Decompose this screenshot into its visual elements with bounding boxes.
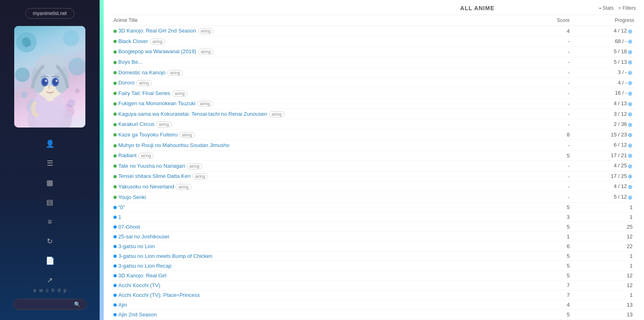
anime-title-link[interactable]: Tate no Yuusha no Nariagari — [118, 163, 185, 169]
site-name-button[interactable]: myanimelist.net — [25, 8, 74, 19]
score-cell: 7 — [533, 290, 571, 300]
progress-plus-button[interactable]: ⊕ — [628, 142, 633, 149]
status-dot — [113, 82, 117, 85]
history-icon[interactable]: ↻ — [44, 235, 56, 247]
stats-chart-icon: ▪ — [599, 5, 601, 11]
anime-title-link[interactable]: Acchi Kocchi (TV) — [118, 282, 160, 288]
anime-title-link[interactable]: 07-Ghost — [118, 224, 140, 230]
anime-title-link[interactable]: Domestic na Kanojo — [118, 69, 165, 76]
main-header: ALL ANIME ▪ Stats ▿ Filters — [112, 0, 636, 15]
progress-cell: 5 / 18⊕ — [571, 47, 636, 57]
progress-plus-button[interactable]: ⊕ — [628, 90, 633, 97]
table-row: Ajin413 — [112, 300, 636, 309]
anime-title-link[interactable]: 3-gatsu no Lion — [118, 243, 155, 249]
progress-plus-button[interactable]: ⊕ — [628, 132, 633, 138]
status-dot — [113, 196, 117, 199]
table-row: Tate no Yuusha no Nariagariairing-4 / 25… — [112, 161, 636, 171]
anime-title-link[interactable]: Fukigen na Mononokean Tsuzuki — [118, 100, 196, 106]
anime-title-link[interactable]: Tensei shitara Slime Datta Ken — [118, 173, 191, 179]
anime-title-link[interactable]: Dororo — [118, 80, 135, 86]
letter-p[interactable]: p — [64, 288, 67, 293]
search-bar[interactable]: 🔍 — [13, 299, 87, 310]
anime-title-link[interactable]: Ajin — [118, 302, 127, 308]
filter-icon: ▿ — [618, 5, 621, 11]
progress-plus-button[interactable]: ⊕ — [628, 163, 633, 169]
airing-badge: airing — [198, 28, 213, 34]
anime-title-link[interactable]: "0" — [118, 204, 125, 210]
table-row: 131 — [112, 212, 636, 222]
table-row: 3-gatsu no Lion Recap51 — [112, 261, 636, 270]
anime-title-link[interactable]: Youjo Senki — [118, 194, 146, 200]
progress-plus-button[interactable]: ⊕ — [628, 38, 633, 45]
progress-plus-button[interactable]: ⊕ — [628, 80, 633, 86]
anime-title-link[interactable]: 1 — [118, 214, 121, 220]
progress-plus-button[interactable]: ⊕ — [628, 111, 633, 117]
anime-title-link[interactable]: Fairy Tail: Final Series — [118, 90, 170, 96]
anime-title-link[interactable]: Kaguya-sama wa Kokurasetai: Tensai-tachi… — [118, 111, 267, 117]
list2-icon[interactable]: ≡ — [44, 216, 56, 228]
filters-label: Filters — [622, 5, 636, 11]
anime-title-link[interactable]: Boogiepop wa Warawanai (2019) — [118, 48, 196, 54]
airing-badge: airing — [179, 132, 195, 138]
progress-cell: 3 / -⊕ — [571, 67, 636, 78]
table-row: Black Cloverairing-68 / -⊕ — [112, 36, 636, 47]
progress-plus-button[interactable]: ⊕ — [628, 59, 633, 65]
letter-c[interactable]: c — [46, 288, 48, 293]
anime-title-link[interactable]: 3-gatsu no Lion Recap — [118, 263, 172, 269]
letter-d[interactable]: d — [58, 288, 61, 293]
score-cell: - — [533, 88, 571, 99]
progress-plus-button[interactable]: ⊕ — [628, 194, 633, 201]
stats-button[interactable]: ▪ Stats — [599, 5, 614, 11]
anime-title-link[interactable]: 25-sai no Joshikousei — [118, 234, 169, 240]
progress-cell: 5 / 13⊕ — [571, 57, 636, 67]
table-row: Radiantairing517 / 21⊕ — [112, 150, 636, 161]
progress-plus-button[interactable]: ⊕ — [628, 184, 633, 190]
progress-cell: 17 / 21⊕ — [571, 150, 636, 161]
progress-plus-button[interactable]: ⊕ — [628, 121, 633, 128]
letter-h[interactable]: h — [52, 288, 54, 293]
anime-title-link[interactable]: 3D Kanojo: Real Girl 2nd Season — [118, 28, 196, 34]
status-dot — [113, 164, 117, 168]
document-icon[interactable]: 📄 — [44, 255, 56, 267]
status-dot — [113, 154, 117, 158]
grid-icon[interactable]: ▦ — [44, 177, 56, 189]
progress-plus-button[interactable]: ⊕ — [628, 69, 633, 76]
anime-title-link[interactable]: Kaze ga Tsuyoku Fuiteiru — [118, 132, 178, 138]
filters-button[interactable]: ▿ Filters — [618, 5, 636, 11]
score-cell: 6 — [533, 241, 571, 251]
svg-point-23 — [21, 92, 28, 98]
anime-title-link[interactable]: Yakusoku no Neverland — [118, 184, 174, 190]
progress-plus-button[interactable]: ⊕ — [628, 101, 633, 107]
score-cell: - — [533, 161, 571, 171]
anime-title-link[interactable]: Acchi Kocchi (TV): Place=Princess — [118, 292, 200, 298]
anime-title-link[interactable]: 3-gatsu no Lion meets Bump of Chicken — [118, 253, 212, 259]
status-dot — [113, 40, 117, 43]
status-dot — [113, 50, 117, 54]
letter-w[interactable]: w — [39, 288, 43, 293]
bar-chart-icon[interactable]: ▤ — [44, 196, 56, 208]
anime-title-link[interactable]: Ajin 2nd Season — [118, 311, 157, 318]
progress-plus-button[interactable]: ⊕ — [628, 28, 633, 35]
progress-plus-button[interactable]: ⊕ — [628, 173, 633, 179]
anime-title-link[interactable]: Black Clover — [118, 38, 148, 44]
anime-title-link[interactable]: Radiant — [118, 152, 137, 158]
anime-title-link[interactable]: Muhyo to Rouji no Mahouritsu Soudan Jimu… — [118, 142, 229, 148]
avatar — [14, 26, 85, 128]
progress-cell: 3 / 12⊕ — [571, 109, 636, 119]
table-row: Acchi Kocchi (TV)712 — [112, 280, 636, 290]
progress-cell: 4 / -⊕ — [571, 78, 636, 88]
list-icon[interactable]: ☰ — [44, 157, 56, 169]
anime-title-link[interactable]: Karakuri Circus — [118, 121, 154, 127]
status-dot — [113, 61, 117, 64]
letter-a[interactable]: a — [33, 288, 36, 293]
search-input[interactable] — [19, 302, 72, 307]
score-cell: 5 — [533, 309, 571, 319]
user-icon[interactable]: 👤 — [44, 138, 56, 150]
progress-plus-button[interactable]: ⊕ — [628, 49, 633, 55]
anime-title-link[interactable]: 3D Kanojo: Real Girl — [118, 272, 167, 279]
anime-title-link[interactable]: Boys Be... — [118, 59, 142, 65]
score-cell: - — [533, 47, 571, 57]
export-icon[interactable]: ↗ — [44, 274, 56, 286]
status-dot — [113, 264, 117, 268]
progress-plus-button[interactable]: ⊕ — [628, 152, 633, 159]
